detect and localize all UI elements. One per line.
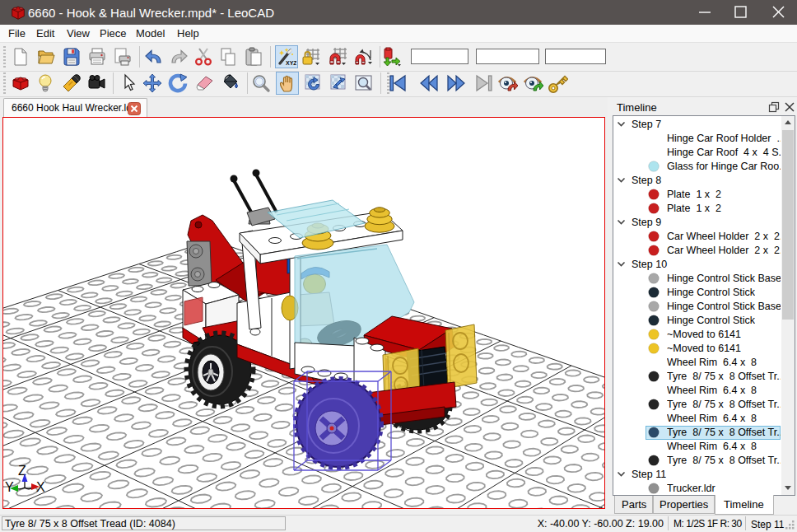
svg-text:Y: Y <box>5 480 14 494</box>
